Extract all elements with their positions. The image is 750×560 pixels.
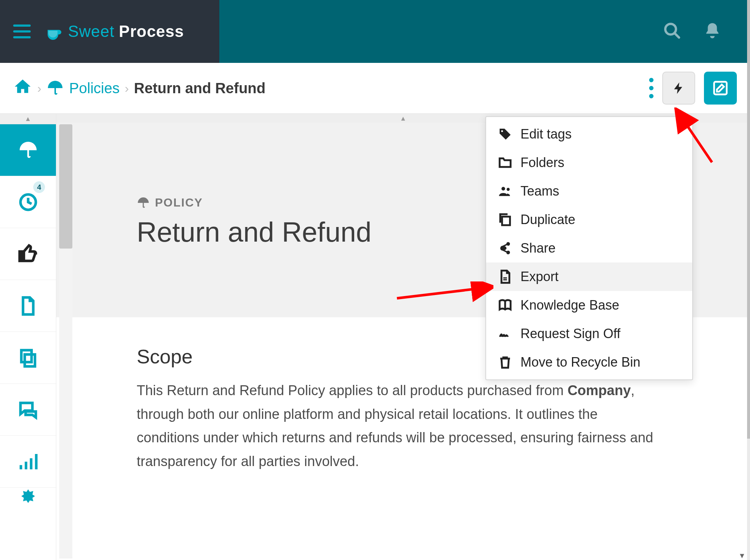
breadcrumb-sep: ›	[37, 81, 41, 95]
thumbs-up-icon	[18, 244, 38, 264]
menu-label: Edit tags	[520, 126, 572, 142]
sidebar-item-approve[interactable]	[0, 228, 56, 280]
menu-move-recycle[interactable]: Move to Recycle Bin	[486, 348, 692, 377]
breadcrumb: › Policies › Return and Refund	[13, 77, 265, 99]
sidebar-scroll-up[interactable]: ▲	[0, 114, 56, 124]
bell-icon	[703, 22, 721, 40]
menu-label: Share	[520, 241, 556, 256]
search-icon	[663, 22, 681, 40]
scope-bold: Company	[568, 383, 631, 398]
sidebar-item-copies[interactable]	[0, 332, 56, 384]
svg-line-1	[674, 33, 679, 38]
copy-icon	[18, 348, 38, 368]
clock-icon	[18, 192, 38, 212]
sidebar-item-analytics[interactable]	[0, 436, 56, 488]
umbrella-icon	[18, 140, 38, 160]
toolbar-actions	[649, 72, 737, 105]
menu-share[interactable]: Share	[486, 234, 692, 262]
teams-icon	[498, 184, 512, 198]
page-toolbar: › Policies › Return and Refund	[0, 63, 747, 114]
scope-paragraph: This Return and Refund Policy applies to…	[137, 379, 656, 473]
book-icon	[498, 298, 512, 313]
page-scrollbar-thumb[interactable]	[747, 0, 750, 439]
menu-label: Move to Recycle Bin	[520, 355, 640, 370]
chat-icon	[18, 400, 38, 420]
search-button[interactable]	[663, 22, 681, 41]
svg-rect-2	[714, 82, 727, 95]
breadcrumb-home[interactable]	[13, 77, 32, 99]
menu-label: Export	[520, 269, 558, 284]
more-options-button[interactable]	[649, 78, 654, 98]
svg-point-11	[501, 187, 505, 190]
menu-teams[interactable]: Teams	[486, 177, 692, 205]
umbrella-icon	[46, 79, 64, 97]
bolt-icon	[672, 79, 686, 97]
actions-menu-button[interactable]	[662, 72, 695, 105]
tag-icon	[498, 127, 512, 141]
breadcrumb-sep: ›	[125, 81, 129, 95]
file-icon	[18, 296, 38, 316]
trash-icon	[498, 355, 512, 370]
sidebar-badge: 4	[33, 181, 45, 193]
menu-label: Folders	[520, 155, 564, 170]
duplicate-icon	[498, 212, 512, 227]
signal-icon	[18, 451, 38, 472]
svg-rect-5	[21, 350, 31, 362]
menu-duplicate[interactable]: Duplicate	[486, 205, 692, 234]
breadcrumb-current: Return and Refund	[134, 80, 266, 97]
logo-text-a: Sweet	[68, 22, 114, 41]
menu-folders[interactable]: Folders	[486, 148, 692, 177]
sidebar-item-activity[interactable]: 4	[0, 176, 56, 228]
inner-scrollbar-thumb[interactable]	[59, 124, 72, 249]
umbrella-icon	[137, 196, 150, 209]
sidebar-item-document[interactable]	[0, 280, 56, 332]
hero-eyebrow-text: POLICY	[155, 196, 203, 209]
scope-text-a: This Return and Refund Policy applies to…	[137, 383, 568, 398]
svg-point-12	[507, 188, 510, 191]
svg-rect-13	[502, 217, 510, 225]
share-icon	[498, 241, 512, 256]
home-icon	[13, 77, 32, 96]
svg-rect-9	[35, 454, 37, 469]
menu-toggle-button[interactable]	[13, 24, 31, 38]
left-sidebar: ▲ 4	[0, 114, 56, 560]
badge-icon	[18, 488, 38, 508]
header-right	[219, 0, 747, 63]
menu-export[interactable]: Export	[486, 262, 692, 291]
svg-rect-8	[30, 458, 32, 469]
svg-point-10	[501, 130, 503, 132]
menu-edit-tags[interactable]: Edit tags	[486, 120, 692, 148]
folder-icon	[498, 155, 512, 170]
signature-icon	[498, 326, 512, 341]
page-scrollbar[interactable]	[747, 0, 750, 560]
menu-label: Duplicate	[520, 212, 575, 227]
sidebar-item-chat[interactable]	[0, 384, 56, 436]
breadcrumb-policies-label: Policies	[69, 80, 120, 97]
edit-icon	[712, 80, 729, 97]
svg-rect-4	[24, 354, 35, 366]
inner-scrollbar[interactable]	[59, 124, 72, 559]
app-logo[interactable]: SweetProcess	[45, 22, 184, 41]
breadcrumb-policies[interactable]: Policies	[46, 79, 120, 97]
menu-request-sign-off[interactable]: Request Sign Off	[486, 319, 692, 348]
notifications-button[interactable]	[703, 22, 721, 41]
svg-rect-6	[19, 465, 22, 469]
actions-dropdown: Edit tags Folders Teams Duplicate Share …	[485, 116, 693, 380]
cup-icon	[45, 22, 64, 41]
svg-rect-7	[24, 462, 27, 469]
edit-button[interactable]	[704, 72, 737, 105]
sidebar-item-policies[interactable]	[0, 124, 56, 176]
app-header: SweetProcess	[0, 0, 747, 63]
menu-label: Teams	[520, 183, 559, 199]
menu-knowledge-base[interactable]: Knowledge Base	[486, 291, 692, 319]
main-scroll-down[interactable]: ▼	[738, 552, 746, 560]
header-left: SweetProcess	[0, 0, 219, 63]
logo-text-b: Process	[119, 22, 184, 41]
sidebar-item-settings[interactable]	[0, 488, 56, 510]
pdf-icon	[498, 269, 512, 284]
menu-label: Request Sign Off	[520, 326, 621, 341]
menu-label: Knowledge Base	[520, 298, 619, 313]
